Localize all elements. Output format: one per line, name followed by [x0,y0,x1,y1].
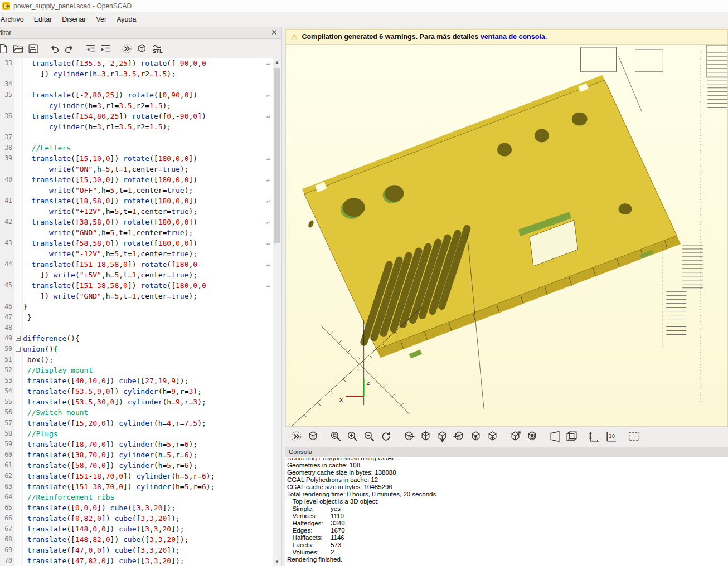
new-file-button[interactable] [0,41,11,56]
render-button[interactable] [304,428,321,444]
code-line[interactable]: ]) write("+5V",h=5,t=1,center=true); [0,270,273,280]
view-top-button[interactable] [417,428,434,444]
code-line[interactable]: 70 translate([47,82,0]) cube([3,3,20]); [0,555,273,566]
view-left-button[interactable] [450,428,467,444]
code-line[interactable]: 69 translate([47,0,0]) cube([3,3,20]); [0,545,273,555]
code-line[interactable]: 39 translate([15,10,0]) rotate([180,0,0]… [0,153,273,164]
open-file-button[interactable] [11,41,26,56]
scroll-down-arrow[interactable]: ▼ [273,558,281,566]
code-line[interactable]: write("GND",h=5,t=1,center=true); [0,227,273,238]
code-line[interactable]: 35 translate([-2,80,25]) rotate([0,90,0]… [0,90,273,100]
code-line[interactable]: 44 translate([151-18,58,0]) rotate([180,… [0,259,273,270]
menu-editar[interactable]: Editar [29,13,57,26]
render-preview-button[interactable] [288,428,304,444]
code-line[interactable]: 42 translate([38,58,0]) rotate([180,0,0]… [0,217,273,227]
scrollbar-thumb[interactable] [274,68,280,243]
orthogonal-button[interactable] [563,428,580,444]
reset-view-button[interactable] [377,428,394,444]
code-line[interactable]: 52 //Display mount [0,365,273,375]
code-text: translate([151-38,70,0]) cylinder(h=5,r=… [23,481,215,492]
code-line[interactable]: 54 translate([53.5,9,0]) cylinder(h=9,r=… [0,386,273,397]
fold-margin [14,418,23,428]
code-editor[interactable]: 33 translate([135.5,-2,25]) rotate([-90,… [0,58,281,566]
code-line[interactable]: 38 //Letters [0,143,273,153]
code-line[interactable]: cylinder(h=3,r1=3.5,r2=1.5); [0,100,273,111]
code-line[interactable]: 45 translate([151-38,58,0]) rotate([180,… [0,280,273,291]
code-line[interactable]: 53 translate([40,10,0]) cube([27,19,9]); [0,375,273,386]
view-bottom-button[interactable] [434,428,450,444]
perspective-button[interactable] [546,428,563,444]
code-line[interactable]: 36 translate([154,80,25]) rotate([0,-90,… [0,111,273,121]
view-front-button[interactable] [467,428,484,444]
show-axes-button[interactable] [586,428,603,444]
undo-button[interactable] [47,41,62,56]
editor-panel: Editar STL 33 translate([135.5,-2,25]) r… [0,27,282,566]
code-line[interactable]: 62 translate([151-18,70,0]) cylinder(h=5… [0,471,273,481]
code-line[interactable]: 59 translate([18,70,0]) cylinder(h=5,r=6… [0,439,273,450]
code-line[interactable]: write("ON",h=5,t=1,center=true); [0,164,273,174]
code-line[interactable]: 57 translate([15,20,0]) cylinder(h=4,r=7… [0,418,273,428]
view-all-button[interactable] [625,428,642,444]
code-line[interactable]: 51 box(); [0,354,273,365]
code-line[interactable]: 67 translate([148,0,0]) cube([3,3,20]); [0,524,273,534]
code-line[interactable]: ]) cylinder(h=3,r1=3.5,r2=1.5); [0,69,273,79]
menu-diseñar[interactable]: Diseñar [57,13,91,26]
show-scale-markers-button[interactable]: 10 [603,428,619,444]
view-right-button[interactable] [400,428,417,444]
code-line[interactable]: 68 translate([148,82,0]) cube([3,3,20]); [0,534,273,545]
code-line[interactable]: 47 } [0,312,273,323]
code-line[interactable]: 66 translate([0,82,0]) cube([3,3,20]); [0,513,273,524]
console-window-link[interactable]: ventana de consola [481,33,545,41]
fold-marker[interactable]: − [14,344,23,354]
code-line[interactable]: cylinder(h=3,r1=3.5,r2=1.5); [0,121,273,132]
close-icon[interactable] [270,28,278,36]
view-center-button[interactable] [523,428,540,444]
code-line[interactable]: 63 translate([151-38,70,0]) cylinder(h=5… [0,481,273,492]
unindent-button[interactable] [83,41,98,56]
render-button[interactable] [134,41,149,56]
panel-splitter[interactable] [282,27,285,566]
code-line[interactable]: 48 [0,323,273,333]
zoom-in-button[interactable] [344,428,361,444]
code-line[interactable]: 34 [0,79,273,90]
editor-scrollbar[interactable]: ▲ ▼ [273,58,281,566]
code-line[interactable]: write("+12V",h=5,t=1,center=true); [0,206,273,217]
scroll-up-arrow[interactable]: ▲ [273,58,281,66]
code-line[interactable]: 43 translate([58,58,0]) rotate([180,0,0]… [0,238,273,248]
fold-margin [14,439,23,450]
code-line[interactable]: 61 translate([58,70,0]) cylinder(h=5,r=6… [0,460,273,471]
export-stl-button[interactable]: STL [149,41,164,56]
code-line[interactable]: 33 translate([135.5,-2,25]) rotate([-90,… [0,58,273,69]
preview-button[interactable] [119,41,134,56]
save-file-button[interactable] [26,41,41,56]
code-line[interactable]: write("OFF",h=5,t=1,center=true); [0,185,273,196]
menu-ver[interactable]: Ver [91,13,111,26]
code-line[interactable]: ]) write("GND",h=5,t=1,center=true); [0,291,273,301]
3d-viewport[interactable]: x z [285,45,728,427]
code-line[interactable]: 65 translate([0,0,0]) cube([3,3,20]); [0,502,273,513]
code-line[interactable]: 64 //Reinforcement ribs [0,492,273,502]
code-line[interactable]: 55 translate([53.5,30,0]) cylinder(h=9,r… [0,397,273,407]
fold-marker[interactable]: − [14,333,23,344]
code-line[interactable]: 41 translate([18,58,0]) rotate([180,0,0]… [0,196,273,206]
code-line[interactable]: 49−difference(){ [0,333,273,344]
menu-archivo[interactable]: Archivo [0,13,29,26]
code-line[interactable]: 40 translate([15,30,0]) rotate([180,0,0]… [0,174,273,185]
line-number: 68 [0,534,14,545]
code-line[interactable]: write("-12V",h=5,t=1,center=true); [0,248,273,259]
menu-ayuda[interactable]: Ayuda [111,13,141,26]
code-line[interactable]: 60 translate([38,70,0]) cylinder(h=5,r=6… [0,450,273,460]
view-diagonal-button[interactable] [507,428,523,444]
view-back-button[interactable] [484,428,501,444]
code-line[interactable]: 46} [0,301,273,312]
code-line[interactable]: 58 //Plugs [0,428,273,439]
code-line[interactable]: 37 [0,132,273,143]
zoom-all-button[interactable] [327,428,344,444]
redo-button[interactable] [62,41,77,56]
console-line: Halffacets:1146 [287,534,726,541]
code-line[interactable]: 50−union(){ [0,344,273,354]
indent-button[interactable] [98,41,113,56]
console-output[interactable]: Rendering Polygon Mesh using CGAL...Geom… [285,458,728,566]
code-line[interactable]: 56 //Switch mount [0,407,273,418]
zoom-out-button[interactable] [361,428,377,444]
